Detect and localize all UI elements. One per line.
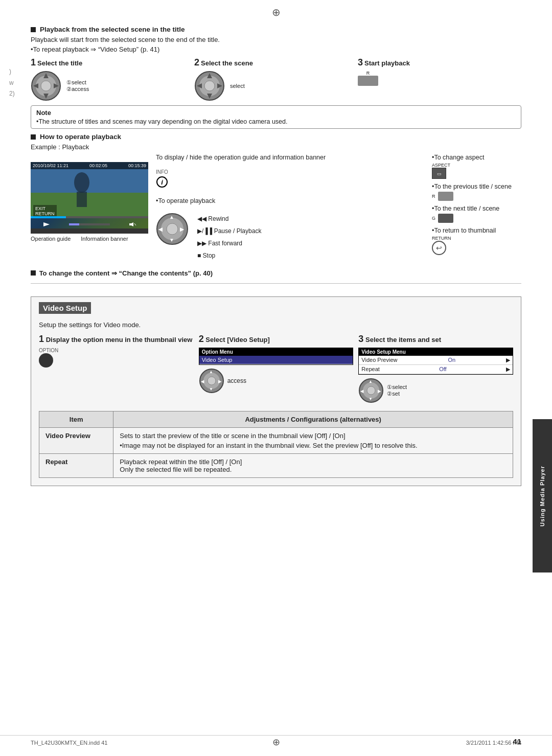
section-divider [31, 283, 521, 284]
control-wheel-step1 [31, 71, 61, 101]
video-setup-title-wrapper: Video Setup [39, 302, 513, 318]
option-menu-box: Option Menu Video Setup [199, 348, 354, 365]
prev-title-group: •To the previous title / scene R [432, 183, 521, 201]
ops-item-display: To display / hide the operation guide an… [156, 154, 424, 161]
video-info-bar: 2010/10/02 11:21 00:02:05 00:15:39 [31, 162, 148, 169]
video-thumb: 2010/10/02 11:21 00:02:05 00:15:39 [31, 162, 148, 234]
setup-wheel2-svg: ▲ ▼ ◀ ▶ [358, 378, 384, 403]
video-seek-bar [69, 223, 110, 225]
page-footer: TH_L42U30KMTX_EN.indd 41 3/21/2011 1:42:… [0, 735, 552, 746]
setup-steps: 1 Display the option menu in the thumbna… [39, 334, 513, 403]
section-playback-from-scene: Playback from the selected scene in the … [31, 26, 521, 129]
r-label: R [432, 194, 435, 199]
setup-step1: 1 Display the option menu in the thumbna… [39, 334, 194, 369]
svg-marker-19 [129, 222, 133, 226]
row2-desc: Playback repeat within the title [Off] /… [113, 454, 513, 478]
video-progress-fill [31, 216, 66, 218]
prev-title-label: •To the previous title / scene [432, 183, 521, 190]
svg-text:◀: ◀ [360, 389, 364, 394]
svg-text:◀: ◀ [158, 226, 163, 232]
info-banner-label: Information banner [81, 236, 128, 242]
pause-row: ▶/▐▐ Pause / Playback [197, 225, 261, 237]
video-thumb-inner: 2010/10/02 11:21 00:02:05 00:15:39 [31, 162, 148, 228]
step2-content: select [194, 71, 358, 101]
svg-text:▲: ▲ [369, 379, 373, 384]
note-box: Note •The structure of titles and scenes… [31, 105, 521, 129]
section1-repeat-note: •To repeat playback ⇒ “Video Setup” (p. … [31, 45, 521, 53]
ops-item-operate: •To operate playback [156, 197, 424, 204]
config-table: Item Adjustments / Configurations (alter… [39, 411, 513, 478]
playback-ops-right: •To change aspect ASPECT ▭ •To the previ… [432, 154, 521, 262]
setup-step2-title: 2 Select [Video Setup] [199, 334, 354, 345]
video-section: 2010/10/02 11:21 00:02:05 00:15:39 [31, 154, 148, 262]
op-guide-label: Operation guide [31, 236, 71, 242]
svg-point-16 [74, 172, 89, 193]
page-number: 41 [513, 737, 521, 746]
row2-item: Repeat [39, 454, 113, 478]
setup-step3: 3 Select the items and set Video Setup M… [358, 334, 513, 403]
section-how-to-operate: How to operate playback Example : Playba… [31, 133, 521, 262]
row1-item: Video Preview [39, 428, 113, 454]
aspect-label-text: ASPECT [432, 163, 521, 168]
change-aspect-group: •To change aspect ASPECT ▭ [432, 154, 521, 179]
video-setup-menu: Video Setup Menu Video Preview On ▶ Repe… [358, 348, 513, 375]
video-seek-fill [69, 223, 79, 225]
select-set-labels: ①select ②set [387, 384, 407, 397]
option-menu-header: Option Menu [199, 348, 353, 356]
step3-title: 3Start playback [358, 57, 521, 68]
section2-heading: How to operate playback [31, 133, 521, 141]
svg-point-2 [41, 81, 51, 91]
svg-rect-17 [77, 192, 87, 207]
ff-row: ▶▶ Fast forward [197, 237, 261, 249]
video-bottom-controls [31, 222, 148, 227]
svg-text:▼: ▼ [209, 387, 213, 392]
svg-text:▶: ▶ [218, 379, 222, 384]
g-label: G [432, 216, 435, 221]
svg-point-37 [367, 386, 375, 395]
step3-block: 3Start playback R [358, 57, 521, 101]
step2-wheel-row: ▲ ▼ ◀ ▶ access [199, 368, 354, 394]
svg-text:▼: ▼ [369, 397, 373, 401]
col1-header: Item [39, 411, 113, 428]
return-label-text: RETURN [432, 236, 521, 241]
section1-heading: Playback from the selected scene in the … [31, 26, 521, 33]
example-label: Example : Playback [31, 143, 521, 151]
prev-btn-row: R [432, 192, 521, 201]
aspect-btn: ▭ [432, 168, 446, 179]
col2-header: Adjustments / Configurations (alternativ… [113, 411, 513, 428]
step3-wheel-row: ▲ ▼ ◀ ▶ ①select ②set [358, 378, 513, 403]
control-wheel-step2 [194, 71, 225, 101]
svg-point-30 [208, 377, 216, 385]
step1-title: 1Select the title [31, 57, 194, 68]
playback-ops-col: To display / hide the operation guide an… [156, 154, 424, 262]
note-text: •The structure of titles and scenes may … [36, 118, 516, 125]
return-thumbnail-group: •To return to thumbnail RETURN ↩ [432, 227, 521, 255]
rewind-row: ◀◀ Rewind [197, 213, 261, 225]
video-overlay-exit: EXIT RETURN [33, 205, 57, 217]
play-icon-small [42, 222, 51, 227]
svg-line-20 [134, 223, 136, 225]
info-btn-row: INFO i [156, 169, 424, 189]
svg-text:▶: ▶ [378, 389, 381, 394]
svg-text:▲: ▲ [209, 370, 213, 374]
playback-section-cols: 2010/10/02 11:21 00:02:05 00:15:39 [31, 154, 521, 262]
setup-step1-title: 1 Display the option menu in the thumbna… [39, 334, 194, 345]
svg-text:▶: ▶ [180, 226, 185, 232]
svg-marker-18 [43, 222, 50, 226]
next-title-group: •To the next title / scene G [432, 205, 521, 223]
access-label: access [227, 377, 246, 384]
next-btn-row: G [432, 214, 521, 223]
return-btn: ↩ [432, 241, 446, 255]
return-thumbnail-label: •To return to thumbnail [432, 227, 521, 234]
step1-content: ①select ②access [31, 71, 194, 101]
section1-description: Playback will start from the selected sc… [31, 36, 521, 43]
video-preview-row: Video Preview On ▶ [359, 356, 513, 365]
setup-step3-title: 3 Select the items and set [358, 334, 513, 345]
table-row-repeat: Repeat Playback repeat within the title … [39, 454, 513, 478]
svg-text:◀: ◀ [200, 379, 204, 384]
step1-sub-labels: ①select ②access [66, 79, 89, 93]
g-btn [438, 214, 453, 223]
svg-text:▼: ▼ [169, 237, 174, 243]
row1-desc: Sets to start the preview of the title o… [113, 428, 513, 454]
vol-icon-small [128, 222, 136, 227]
